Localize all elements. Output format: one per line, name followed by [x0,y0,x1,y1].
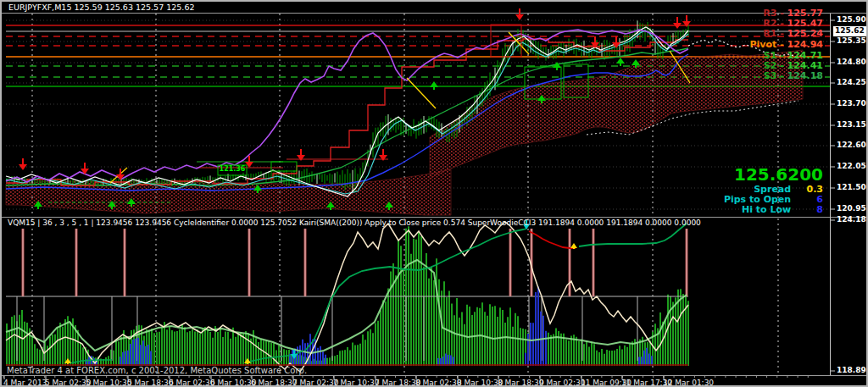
indicator-axis-top: 124.186 [837,216,868,224]
time-axis-label: 7 Mar 02:30 [292,379,338,387]
time-axis-label: 7 Mar 10:30 [333,379,379,387]
hi-to-low-label: Hi to Low [742,204,791,215]
pivot-label-s3: S3 - 124.18 [764,71,823,80]
pivot-label-r1: R1 - 125.24 [763,29,823,38]
y-axis-tick: 122.60 [837,141,866,149]
quote-row-pips-to-open: Pips to Open 6 [586,195,823,204]
watermark: MetaTrader 4 at FOREX.com, c 2001-2012, … [7,367,307,375]
pivot-name: R1 - [763,28,787,39]
pips-to-open-value: 6 [794,195,823,204]
y-axis-tick: 123.70 [837,100,866,108]
y-axis-tick: 124.25 [837,79,866,86]
time-axis-label: 8 Mar 02:30 [415,379,461,387]
time-axis-label: 6 Mar 02:30 [169,379,214,387]
pivot-value: 124.18 [787,70,823,81]
indicator-header: VQM15 | 36 , 3 , 5 , 1 | 123.9456 123.94… [8,219,701,227]
time-axis-label: 5 Mar 18:30 [127,379,173,387]
y-axis-tick: 122.05 [837,163,866,170]
current-price-box: 125.62 [833,26,868,36]
pivot-name: S3 - [764,70,787,81]
time-axis-label: 6 Mar 18:30 [251,379,297,387]
pivot-label-r3: R3 - 125.77 [763,8,823,18]
time-axis-label: 12 Mar 01:30 [663,379,714,387]
spread-value: 0.3 [794,185,823,194]
y-axis-tick: 125.90 [837,16,866,24]
indicator-axis-bottom: 118.894 [837,367,868,374]
pivot-label-pivot: Pivot - 124.94 [750,40,824,49]
time-axis-label: 9 Mar 02:30 [539,379,585,387]
pivot-label-s1: S1 - 124.71 [764,51,823,60]
pivot-label-s2: S2 - 124.41 [764,61,823,70]
pivot-name: Pivot - [750,39,787,50]
time-axis-label: 8 Mar 10:30 [457,379,503,387]
text-overlay: 125.62 125.6200 Spread 0.3 Pips to Open … [2,2,866,385]
pivot-value: 125.24 [787,28,823,39]
y-axis-tick: 124.80 [837,58,866,66]
price-label-box-text: 121.36 [219,166,246,173]
time-axis-label: 7 Mar 18:30 [375,379,420,387]
quote-row-spread: Spread 0.3 [586,185,823,194]
pivot-value: 124.94 [787,39,823,50]
time-axis-label: 5 Mar 02:30 [45,379,91,387]
quote-row-hi-to-low: Hi to Low 8 [586,205,823,214]
y-axis-tick: 123.15 [837,121,866,129]
time-axis-label: 5 Mar 10:30 [86,379,131,387]
y-axis-tick: 125.35 [837,37,866,45]
time-axis-label: 4 Mar 2013 [3,379,47,387]
time-axis-label: 8 Mar 18:30 [498,379,543,387]
mt4-chart-window: EURJPYFXF,M15 125.59 125.63 125.57 125.6… [0,0,868,387]
hi-to-low-value: 8 [794,205,823,214]
quote-price: 125.6200 [734,166,823,183]
time-axis-label: 6 Mar 10:30 [210,379,256,387]
pivot-label-r2: R2 - 125.47 [763,19,823,28]
y-axis-tick: 120.95 [837,205,866,213]
y-axis-tick: 121.50 [837,184,866,191]
